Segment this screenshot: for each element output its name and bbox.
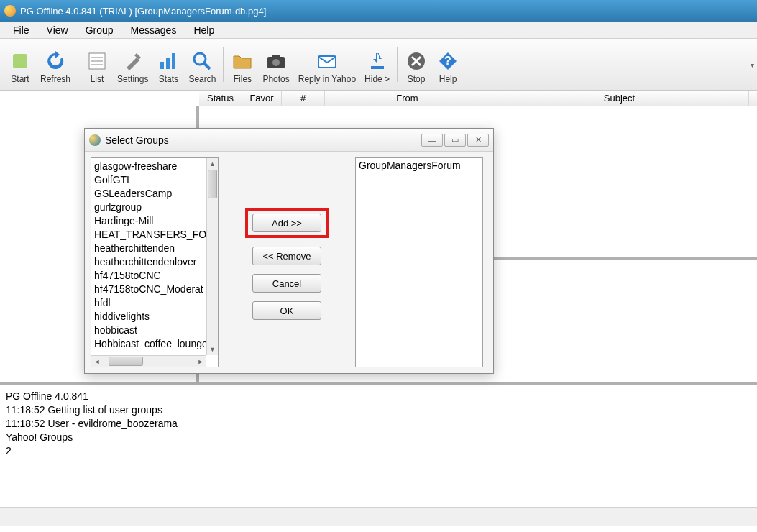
log-line: PG Offline 4.0.841 [6,390,751,403]
list-item[interactable]: gurlzgroup [94,201,215,214]
list-item[interactable]: hiddivelights [94,310,215,324]
log-line: Yahoo! Groups [6,431,751,444]
toolbar-label: List [91,74,104,84]
menu-bar: FileViewGroupMessagesHelp [0,22,757,39]
column-header-favor[interactable]: Favor [242,91,282,106]
list-item[interactable]: HEAT_TRANSFERS_FOR_ [94,228,215,242]
toolbar-label: Settings [117,74,148,84]
toolbar-search-button[interactable]: Search [184,42,220,87]
list-item[interactable]: heatherchittendenlover [94,255,215,269]
list-item[interactable]: GSLeadersCamp [94,187,215,201]
toolbar-stop-button[interactable]: Stop [400,42,432,87]
add-button[interactable]: Add >> [252,214,321,232]
menu-group[interactable]: Group [77,23,122,37]
dialog-title: Select Groups [105,134,421,146]
column-header-subject[interactable]: Subject [490,91,749,106]
search-icon [191,50,214,73]
vertical-scrollbar[interactable]: ▲ ▼ [206,158,218,355]
stop-icon [405,50,428,73]
ok-button[interactable]: OK [252,301,321,320]
list-item[interactable]: hf47158toCNC_Moderat [94,283,215,296]
list-item[interactable]: Hobbicast_coffee_lounge [94,337,215,351]
add-button-highlight: Add >> [245,208,329,238]
svg-rect-7 [172,53,175,69]
help-icon: ? [436,50,459,73]
toolbar-separator [397,47,398,82]
column-header-status[interactable]: Status [199,91,242,106]
list-item[interactable]: hobbicast [94,324,215,337]
dialog-title-bar[interactable]: Select Groups — ▭ ✕ [85,129,493,152]
minimize-button[interactable]: — [421,134,443,147]
close-button[interactable]: ✕ [467,134,489,147]
scroll-thumb[interactable] [208,170,217,198]
svg-text:?: ? [444,55,451,67]
toolbar-list-button[interactable]: List [81,42,113,87]
list-item[interactable]: Hardinge-Mill [94,214,215,228]
svg-rect-0 [13,54,27,68]
scroll-down-icon[interactable]: ▼ [207,344,218,355]
toolbar: StartRefreshListSettingsStatsSearchFiles… [0,39,757,91]
toolbar-help-button[interactable]: ?Help [432,42,464,87]
app-icon [4,5,16,17]
svg-rect-12 [272,55,280,58]
list-item[interactable]: hfdl [94,296,215,310]
column-headers: StatusFavor#FromSubject [199,91,757,106]
toolbar-label: Start [11,74,29,84]
column-header-from[interactable]: From [325,91,490,106]
toolbar-settings-button[interactable]: Settings [113,42,152,87]
select-groups-dialog: Select Groups — ▭ ✕ glasgow-freeshareGol… [84,128,494,374]
toolbar-label: Help [439,74,457,84]
selected-groups-listbox[interactable]: GroupManagersForum [355,157,483,367]
svg-line-9 [204,63,210,69]
svg-point-8 [194,53,206,65]
stats-icon [157,50,180,73]
toolbar-overflow-icon[interactable]: ▾ [751,60,754,68]
hscroll-thumb[interactable] [109,357,143,366]
svg-rect-5 [160,62,164,69]
menu-view[interactable]: View [38,23,77,37]
scroll-right-icon[interactable]: ► [195,356,206,367]
menu-messages[interactable]: Messages [122,23,185,37]
toolbar-stats-button[interactable]: Stats [152,42,184,87]
log-line: 11:18:52 User - evildrome_boozerama [6,417,751,431]
toolbar-photos-button[interactable]: Photos [258,42,293,87]
toolbar-refresh-button[interactable]: Refresh [36,42,75,87]
menu-file[interactable]: File [4,23,38,37]
toolbar-start-button[interactable]: Start [4,42,36,87]
toolbar-label: Hide > [364,74,390,84]
toolbar-files-button[interactable]: Files [226,42,258,87]
menu-help[interactable]: Help [185,23,223,37]
list-item[interactable]: glasgow-freeshare [94,160,215,173]
log-line: 11:18:52 Getting list of user groups [6,403,751,417]
toolbar-separator [78,47,78,82]
horizontal-scrollbar[interactable]: ◄ ► [91,355,206,367]
scroll-up-icon[interactable]: ▲ [207,158,218,170]
list-item[interactable]: hf47158toCNC [94,269,215,283]
window-title: PG Offline 4.0.841 (TRIAL) [GroupManager… [20,6,266,17]
cancel-button[interactable]: Cancel [252,274,321,293]
start-icon [9,50,32,73]
toolbar-reply-button[interactable]: Reply in Yahoo [294,42,360,87]
column-header-[interactable]: # [282,91,325,106]
settings-icon [121,50,144,73]
toolbar-separator [223,47,224,82]
files-icon [231,50,254,73]
dialog-button-column: Add >> << Remove Cancel OK [219,157,355,367]
remove-button[interactable]: << Remove [252,247,321,265]
maximize-button[interactable]: ▭ [444,134,466,147]
status-bar [0,508,757,526]
toolbar-label: Stop [408,74,426,84]
toolbar-label: Reply in Yahoo [298,74,356,84]
scroll-left-icon[interactable]: ◄ [91,356,103,367]
svg-rect-14 [371,66,384,69]
dialog-icon [89,134,101,146]
list-item[interactable]: GolfGTI [94,173,215,187]
list-item[interactable]: GroupManagersForum [359,160,480,171]
reply-icon [316,50,339,73]
list-item[interactable]: heatherchittenden [94,242,215,255]
list-icon [86,50,109,73]
hide-icon [366,50,389,73]
toolbar-hide-button[interactable]: Hide > [360,42,394,87]
available-groups-listbox[interactable]: glasgow-freeshareGolfGTIGSLeadersCampgur… [91,157,219,367]
svg-point-11 [272,59,280,66]
